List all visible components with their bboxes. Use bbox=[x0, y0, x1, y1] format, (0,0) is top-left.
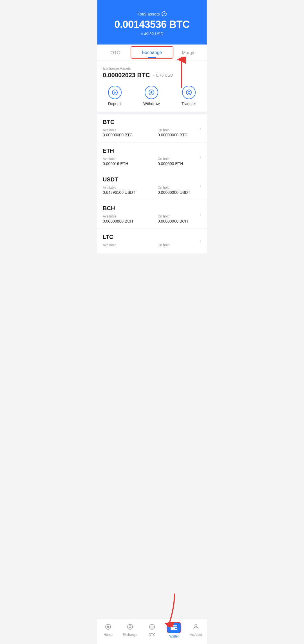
usdt-onhold-value: 0.00000000 USDT bbox=[158, 190, 201, 195]
exchange-nav-label: Exchange bbox=[122, 633, 137, 637]
nav-wallet[interactable]: Wallet bbox=[166, 622, 182, 638]
deposit-icon bbox=[108, 86, 122, 99]
svg-text:$: $ bbox=[151, 626, 153, 629]
wallet-nav-label: Wallet bbox=[169, 634, 179, 638]
asset-item-ltc[interactable]: LTC Available On hold › bbox=[97, 229, 207, 253]
asset-item-usdt[interactable]: USDT Available 0.64396106 USDT On hold 0… bbox=[97, 171, 207, 200]
withdraw-label: Withdraw bbox=[143, 101, 160, 106]
btc-onhold-label: On hold bbox=[158, 128, 201, 132]
asset-name-eth: ETH bbox=[103, 148, 201, 154]
total-assets-label: Total assets ? bbox=[103, 11, 201, 16]
btc-onhold-value: 0.00000000 BTC bbox=[158, 133, 201, 137]
wallet-icon bbox=[167, 622, 181, 633]
bch-onhold-value: 0.00000000 BCH bbox=[158, 219, 201, 223]
btc-available-label: Available bbox=[103, 128, 146, 132]
ltc-chevron-icon: › bbox=[200, 238, 201, 244]
nav-home[interactable]: Home bbox=[100, 622, 117, 638]
eth-onhold-value: 0.000000 ETH bbox=[158, 161, 201, 166]
svg-point-9 bbox=[107, 626, 109, 628]
asset-item-bch[interactable]: BCH Available 0.00000880 BCH On hold 0.0… bbox=[97, 200, 207, 229]
eth-available-label: Available bbox=[103, 157, 146, 161]
eth-available-value: 0.000016 ETH bbox=[103, 161, 146, 166]
otc-nav-label: OTC bbox=[148, 633, 155, 637]
bch-available-label: Available bbox=[103, 214, 146, 218]
btc-available-value: 0.00000000 BTC bbox=[103, 133, 146, 137]
svg-rect-17 bbox=[170, 625, 174, 626]
asset-name-usdt: USDT bbox=[103, 176, 201, 183]
bch-available-value: 0.00000880 BCH bbox=[103, 219, 146, 223]
ltc-available-label: Available bbox=[103, 243, 146, 247]
asset-name-btc: BTC bbox=[103, 119, 201, 125]
usdt-chevron-icon: › bbox=[200, 183, 201, 188]
svg-rect-16 bbox=[175, 628, 177, 629]
asset-name-bch: BCH bbox=[103, 205, 201, 212]
btc-total-amount: 0.00143536 BTC bbox=[103, 19, 201, 30]
eth-chevron-icon: › bbox=[200, 154, 201, 160]
otc-icon: $ bbox=[146, 622, 158, 632]
exchange-assets-usd: ≈ 0.70 USD bbox=[153, 73, 173, 77]
header: Total assets ? 0.00143536 BTC ≈ 49.32 US… bbox=[97, 0, 207, 45]
asset-name-ltc: LTC bbox=[103, 234, 201, 240]
transfer-label: Transfer bbox=[182, 101, 196, 106]
usdt-available-label: Available bbox=[103, 186, 146, 190]
asset-item-eth[interactable]: ETH Available 0.000016 ETH On hold 0.000… bbox=[97, 143, 207, 171]
tab-otc[interactable]: OTC bbox=[100, 45, 131, 59]
usdt-onhold-label: On hold bbox=[158, 186, 201, 190]
account-nav-label: Account bbox=[190, 633, 202, 637]
account-icon bbox=[190, 622, 202, 632]
exchange-icon bbox=[124, 622, 136, 632]
nav-exchange[interactable]: Exchange bbox=[122, 622, 138, 638]
usdt-available-value: 0.64396106 USDT bbox=[103, 190, 146, 195]
bottom-navigation: Home Exchange $ OTC bbox=[97, 619, 207, 644]
btc-chevron-icon: › bbox=[200, 125, 201, 131]
info-icon[interactable]: ? bbox=[162, 11, 167, 16]
bch-chevron-icon: › bbox=[200, 211, 201, 217]
home-icon bbox=[102, 622, 114, 632]
section-divider bbox=[97, 112, 207, 114]
withdraw-icon bbox=[145, 86, 158, 99]
bch-onhold-label: On hold bbox=[158, 214, 201, 218]
home-nav-label: Home bbox=[104, 633, 113, 637]
arrow-up-indicator bbox=[170, 57, 193, 90]
asset-list: BTC Available 0.00000000 BTC On hold 0.0… bbox=[97, 114, 207, 253]
nav-otc[interactable]: $ OTC bbox=[144, 622, 160, 638]
usd-total-amount: ≈ 49.32 USD bbox=[103, 32, 201, 36]
nav-account[interactable]: Account bbox=[187, 622, 204, 638]
eth-onhold-label: On hold bbox=[158, 157, 201, 161]
svg-point-18 bbox=[195, 625, 197, 627]
deposit-button[interactable]: Deposit bbox=[108, 86, 122, 106]
deposit-label: Deposit bbox=[108, 101, 121, 106]
tab-exchange[interactable]: Exchange bbox=[131, 46, 174, 59]
asset-item-btc[interactable]: BTC Available 0.00000000 BTC On hold 0.0… bbox=[97, 114, 207, 143]
withdraw-button[interactable]: Withdraw bbox=[143, 86, 160, 106]
ltc-onhold-label: On hold bbox=[158, 243, 201, 247]
